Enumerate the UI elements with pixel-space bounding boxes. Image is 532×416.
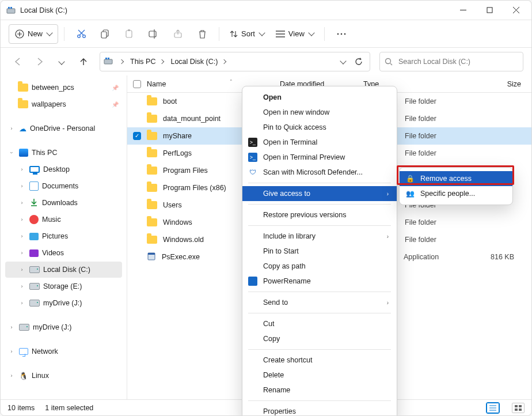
more-button[interactable] — [330, 24, 352, 44]
sidebar-item-videos[interactable]: ›Videos — [5, 245, 122, 261]
sidebar-item-music[interactable]: ›Music — [5, 211, 122, 228]
music-icon — [29, 215, 39, 224]
address-bar[interactable]: This PC Local Disk (C:) — [100, 52, 370, 71]
search-box[interactable] — [379, 52, 523, 71]
folder-icon — [147, 97, 157, 105]
ctx-send-to[interactable]: Send to› — [242, 295, 397, 310]
row-checkbox[interactable] — [133, 236, 141, 244]
paste-icon — [125, 29, 134, 39]
ctx-give-access-to[interactable]: Give access to› — [242, 186, 397, 201]
share-button[interactable] — [167, 24, 189, 44]
svg-rect-18 — [149, 31, 156, 37]
row-checkbox[interactable] — [133, 149, 141, 157]
details-view-button[interactable] — [487, 403, 499, 413]
col-size[interactable]: Size — [480, 80, 531, 88]
back-button[interactable] — [9, 52, 27, 71]
sort-button[interactable]: Sort — [225, 24, 269, 44]
paste-button[interactable] — [119, 24, 140, 44]
row-checkbox[interactable] — [133, 201, 141, 209]
video-icon — [29, 249, 39, 257]
sidebar-item-desktop[interactable]: ›Desktop — [5, 161, 122, 177]
row-checkbox[interactable] — [133, 132, 141, 140]
sidebar-item-mydrive-j[interactable]: ›myDrive (J:) — [5, 295, 122, 311]
up-button[interactable] — [74, 52, 93, 71]
breadcrumb[interactable]: Local Disk (C:) — [168, 56, 228, 67]
ctx-rename[interactable]: Rename — [242, 383, 397, 398]
desktop-icon — [29, 166, 40, 173]
select-all-checkbox[interactable] — [133, 80, 141, 88]
sidebar-item-thispc[interactable]: ›This PC — [5, 145, 122, 161]
minimize-button[interactable] — [450, 1, 476, 20]
ctx-cut[interactable]: Cut — [242, 316, 397, 331]
svg-line-5 — [513, 7, 519, 13]
sidebar-item-onedrive[interactable]: ›☁OneDrive - Personal — [5, 120, 122, 137]
maximize-button[interactable] — [476, 1, 503, 20]
ctx-create-shortcut[interactable]: Create shortcut — [242, 353, 397, 368]
ctx-restore-previous[interactable]: Restore previous versions — [242, 207, 397, 222]
sidebar-item-local-disk-c[interactable]: ›Local Disk (C:) — [5, 262, 122, 278]
svg-point-25 — [341, 33, 343, 35]
breadcrumb[interactable] — [115, 59, 126, 65]
forward-button[interactable] — [31, 52, 49, 71]
copy-button[interactable] — [94, 24, 116, 44]
ctx-properties[interactable]: Properties — [242, 404, 397, 416]
file-type: File folder — [405, 218, 468, 226]
sidebar-item-quick[interactable]: wallpapers📌 — [5, 96, 122, 112]
sidebar-item-downloads[interactable]: ›Downloads — [5, 195, 122, 211]
refresh-button[interactable] — [351, 54, 366, 69]
ctx-open-terminal-preview[interactable]: >_Open in Terminal Preview — [242, 150, 397, 165]
sidebar-item-mydrive-j2[interactable]: ›myDrive (J:) — [5, 319, 122, 335]
ctx-delete[interactable]: Delete — [242, 368, 397, 383]
submenu-specific-people[interactable]: 👥Specific people... — [400, 186, 512, 201]
sidebar-item-documents[interactable]: ›Documents — [5, 178, 122, 194]
ctx-powerrename[interactable]: PowerRename — [242, 274, 397, 289]
drive-icon — [6, 6, 16, 14]
application-icon — [147, 252, 156, 263]
row-checkbox[interactable] — [133, 115, 141, 123]
copy-icon — [101, 29, 110, 39]
scissors-icon — [77, 29, 86, 39]
ctx-pin-quick-access[interactable]: Pin to Quick access — [242, 120, 397, 135]
close-button[interactable] — [503, 1, 529, 20]
ctx-open[interactable]: Open — [242, 90, 397, 105]
svg-rect-27 — [104, 59, 112, 64]
icons-view-button[interactable] — [512, 403, 525, 413]
breadcrumb[interactable]: This PC — [128, 56, 166, 67]
folder-icon — [147, 218, 157, 226]
search-input[interactable] — [397, 57, 518, 66]
ctx-include-library[interactable]: Include in library› — [242, 229, 397, 244]
recent-button[interactable] — [52, 52, 71, 71]
rename-button[interactable] — [143, 24, 165, 44]
submenu-remove-access[interactable]: 🔒Remove access — [400, 171, 512, 186]
row-checkbox[interactable] — [133, 97, 141, 105]
view-button[interactable]: View — [271, 24, 318, 44]
pc-icon — [19, 149, 28, 157]
row-checkbox[interactable] — [133, 218, 141, 226]
sidebar-item-pictures[interactable]: ›Pictures — [5, 228, 122, 244]
row-checkbox[interactable] — [133, 167, 141, 175]
sidebar-item-storage-e[interactable]: ›Storage (E:) — [5, 278, 122, 294]
ctx-open-new-window[interactable]: Open in new window — [242, 105, 397, 120]
chevron-down-icon — [308, 29, 314, 36]
address-dropdown[interactable] — [335, 54, 350, 69]
new-button[interactable]: New — [9, 24, 58, 44]
sidebar-item-quick[interactable]: between_pcs📌 — [5, 80, 122, 96]
delete-button[interactable] — [191, 24, 213, 44]
ctx-scan-defender[interactable]: 🛡Scan with Microsoft Defender... — [242, 165, 397, 180]
ctx-copy[interactable]: Copy — [242, 331, 397, 346]
terminal-icon: >_ — [248, 138, 257, 147]
sidebar-item-network[interactable]: ›Network — [5, 343, 122, 360]
row-checkbox[interactable] — [133, 253, 141, 261]
sidebar: between_pcs📌 wallpapers📌 ›☁OneDrive - Pe… — [1, 75, 127, 399]
ctx-open-terminal[interactable]: >_Open in Terminal — [242, 135, 397, 150]
context-menu: Open Open in new window Pin to Quick acc… — [242, 86, 397, 416]
pin-icon: 📌 — [112, 101, 119, 108]
svg-rect-28 — [105, 58, 107, 59]
drive-icon — [29, 266, 40, 273]
row-checkbox[interactable] — [133, 184, 141, 192]
ctx-pin-start[interactable]: Pin to Start — [242, 244, 397, 259]
cut-button[interactable] — [70, 24, 92, 44]
file-type: File folder — [405, 236, 468, 244]
ctx-copy-path[interactable]: Copy as path — [242, 259, 397, 274]
sidebar-item-linux[interactable]: ›🐧Linux — [5, 368, 122, 384]
